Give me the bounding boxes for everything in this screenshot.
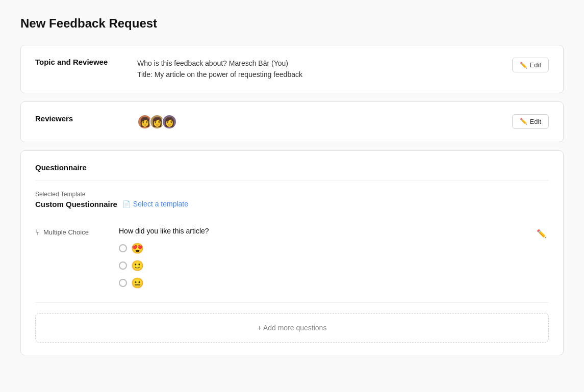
template-section: Selected Template Custom Questionnaire 📄… (35, 191, 549, 208)
topic-line2: Title: My article on the power of reques… (137, 69, 502, 80)
choice-row-3: 😐 (119, 277, 522, 289)
template-row: Custom Questionnaire 📄 Select a template (35, 200, 549, 208)
multiple-choice-icon: ⑂ (35, 228, 40, 237)
radio-2[interactable] (119, 262, 127, 270)
radio-3[interactable] (119, 279, 127, 287)
reviewers-edit-button[interactable]: ✏️ Edit (512, 114, 549, 129)
edit-icon-reviewers: ✏️ (520, 118, 527, 125)
add-questions-button[interactable]: + Add more questions (35, 313, 549, 343)
template-label: Selected Template (35, 191, 549, 198)
page-title: New Feedback Request (20, 16, 564, 31)
question-type: ⑂ Multiple Choice (35, 227, 107, 237)
pencil-icon: ✏️ (537, 229, 547, 238)
select-template-link[interactable]: 📄 Select a template (122, 200, 188, 208)
topic-edit-button[interactable]: ✏️ Edit (512, 58, 549, 72)
doc-icon: 📄 (122, 200, 131, 208)
topic-reviewee-label: Topic and Reviewee (35, 58, 127, 66)
template-name: Custom Questionnaire (35, 200, 117, 208)
choice-emoji-1: 😍 (131, 242, 144, 254)
radio-1[interactable] (119, 244, 127, 252)
question-edit-button[interactable]: ✏️ (535, 227, 549, 241)
topic-reviewee-card: Topic and Reviewee Who is this feedback … (20, 45, 564, 93)
add-questions-label: + Add more questions (258, 324, 327, 332)
select-template-label: Select a template (133, 200, 188, 208)
choice-row-2: 🙂 (119, 259, 522, 272)
question-text: How did you like this article? (119, 227, 522, 235)
topic-reviewee-content: Who is this feedback about? Maresch Bär … (127, 58, 512, 81)
choice-row-1: 😍 (119, 242, 522, 254)
reviewers-card: Reviewers 👩 👩 👩 ✏️ Edit (20, 101, 564, 142)
topic-line1: Who is this feedback about? Maresch Bär … (137, 58, 502, 69)
questionnaire-card: Questionnaire Selected Template Custom Q… (20, 150, 564, 355)
avatar-3: 👩 (162, 114, 177, 129)
question-body: How did you like this article? 😍 🙂 😐 (119, 227, 522, 294)
reviewer-avatars: 👩 👩 👩 (137, 114, 502, 129)
reviewers-label: Reviewers (35, 114, 127, 123)
reviewers-edit-label: Edit (530, 118, 541, 125)
choice-emoji-2: 🙂 (131, 259, 144, 272)
reviewers-content: 👩 👩 👩 (127, 114, 512, 129)
edit-icon: ✏️ (520, 62, 527, 69)
questionnaire-title: Questionnaire (35, 163, 549, 180)
question-block: ⑂ Multiple Choice How did you like this … (35, 219, 549, 303)
choice-emoji-3: 😐 (131, 277, 144, 289)
topic-edit-label: Edit (530, 61, 541, 69)
question-type-label: Multiple Choice (43, 228, 89, 236)
